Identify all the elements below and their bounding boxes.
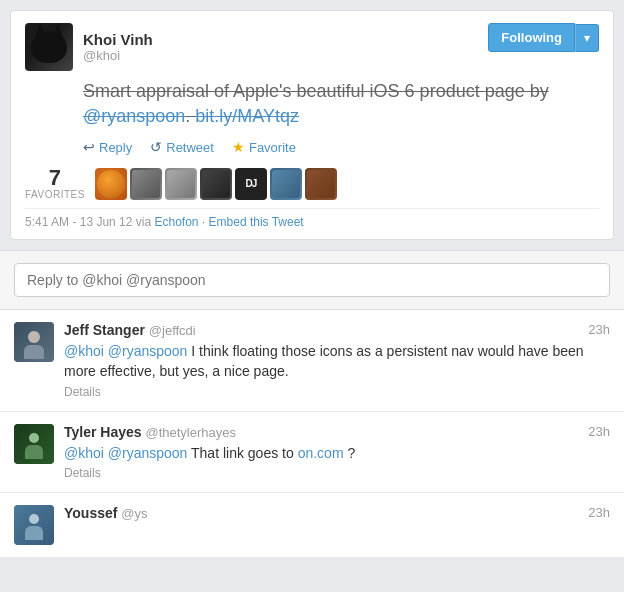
reply-time-tyler: 23h	[588, 424, 610, 440]
mention-khoi-1[interactable]: @khoi	[64, 343, 104, 359]
favorite-label: Favorite	[249, 140, 296, 155]
fav-avatars: DJ	[95, 168, 337, 200]
tweet-meta: 5:41 AM - 13 Jun 12 via Echofon · Embed …	[25, 208, 599, 229]
tweet-header-left: Khoi Vinh @khoi	[25, 23, 153, 71]
reply-content-tyler: Tyler Hayes @thetylerhayes 23h @khoi @ry…	[64, 424, 610, 481]
favorites-section: 7 FAVORITES DJ	[25, 167, 599, 200]
on-com-link[interactable]: on.com	[298, 445, 344, 461]
retweet-label: Retweet	[166, 140, 214, 155]
details-link-jeff[interactable]: Details	[64, 385, 101, 399]
retweet-icon: ↺	[150, 139, 162, 155]
reply-avatar-youssef	[14, 505, 54, 545]
reply-handle-tyler: @thetylerhayes	[145, 425, 236, 440]
reply-time-jeff: 23h	[588, 322, 610, 338]
replies-section: Jeff Stanger @jeffcdi 23h @khoi @ryanspo…	[0, 310, 624, 558]
fav-avatar-3	[165, 168, 197, 200]
fav-avatar-4	[200, 168, 232, 200]
reply-item-tyler: Tyler Hayes @thetylerhayes 23h @khoi @ry…	[0, 412, 624, 494]
reply-body-tyler: That link goes to	[191, 445, 298, 461]
reply-avatar-tyler	[14, 424, 54, 464]
mention-khoi-2[interactable]: @khoi	[64, 445, 104, 461]
mention-ryanspoon-1[interactable]: @ryanspoon	[108, 343, 188, 359]
reply-button[interactable]: ↩ Reply	[83, 139, 132, 155]
reply-text-jeff: @khoi @ryanspoon I think floating those …	[64, 342, 610, 381]
reply-item: Jeff Stanger @jeffcdi 23h @khoi @ryanspo…	[0, 310, 624, 411]
reply-body-tyler-2: ?	[347, 445, 355, 461]
details-link-tyler[interactable]: Details	[64, 466, 101, 480]
reply-header-youssef: Youssef @ys 23h	[64, 505, 610, 521]
reply-content-jeff: Jeff Stanger @jeffcdi 23h @khoi @ryanspo…	[64, 322, 610, 398]
following-button[interactable]: Following	[488, 23, 575, 52]
fav-avatar-7	[305, 168, 337, 200]
reply-content-youssef: Youssef @ys 23h	[64, 505, 610, 545]
star-icon: ★	[232, 139, 245, 155]
tweet-dot-sep: ·	[202, 215, 209, 229]
reply-name-youssef: Youssef	[64, 505, 117, 521]
fav-avatar-6	[270, 168, 302, 200]
reply-details-tyler: Details	[64, 466, 610, 480]
tweet-date: 13 Jun 12	[80, 215, 133, 229]
tweet-header: Khoi Vinh @khoi Following ▾	[25, 23, 599, 71]
favorite-button[interactable]: ★ Favorite	[232, 139, 296, 155]
user-name: Khoi Vinh	[83, 31, 153, 48]
favorites-label: FAVORITES	[25, 189, 85, 200]
reply-header-jeff: Jeff Stanger @jeffcdi 23h	[64, 322, 610, 338]
avatar-image	[31, 31, 67, 63]
reply-name-jeff: Jeff Stanger	[64, 322, 145, 338]
reply-text-tyler: @khoi @ryanspoon That link goes to on.co…	[64, 444, 610, 464]
favorites-number: 7	[49, 167, 61, 189]
follow-buttons: Following ▾	[488, 23, 599, 52]
fav-avatar-1	[95, 168, 127, 200]
embed-tweet-link[interactable]: Embed this Tweet	[209, 215, 304, 229]
tweet-date-sep: -	[72, 215, 79, 229]
avatar	[25, 23, 73, 71]
tweet-link[interactable]: bit.ly/MAYtqz	[195, 106, 299, 126]
reply-handle-youssef: @ys	[121, 506, 147, 521]
reply-details-jeff: Details	[64, 385, 610, 399]
reply-name-tyler: Tyler Hayes	[64, 424, 142, 440]
tweet-actions: ↩ Reply ↺ Retweet ★ Favorite	[25, 139, 599, 155]
reply-icon: ↩	[83, 139, 95, 155]
follow-dropdown-button[interactable]: ▾	[575, 24, 599, 52]
tweet-via: via	[136, 215, 155, 229]
reply-handle-jeff: @jeffcdi	[149, 323, 196, 338]
mention-ryanspoon-2[interactable]: @ryanspoon	[108, 445, 188, 461]
reply-input[interactable]	[14, 263, 610, 297]
user-info: Khoi Vinh @khoi	[83, 31, 153, 63]
reply-time-youssef: 23h	[588, 505, 610, 521]
mention-ryanspoon[interactable]: @ryanspoon	[83, 106, 185, 126]
reply-avatar-jeff	[14, 322, 54, 362]
user-handle: @khoi	[83, 48, 153, 63]
reply-item-youssef: Youssef @ys 23h	[0, 493, 624, 558]
tweet-text: Smart appraisal of Apple's beautiful iOS…	[25, 79, 599, 129]
tweet-card: Khoi Vinh @khoi Following ▾ Smart apprai…	[10, 10, 614, 240]
reply-label: Reply	[99, 140, 132, 155]
retweet-button[interactable]: ↺ Retweet	[150, 139, 214, 155]
reply-area	[0, 250, 624, 310]
tweet-via-link[interactable]: Echofon	[154, 215, 198, 229]
fav-avatar-5: DJ	[235, 168, 267, 200]
favorites-count: 7 FAVORITES	[25, 167, 85, 200]
fav-avatar-2	[130, 168, 162, 200]
tweet-time: 5:41 AM	[25, 215, 69, 229]
reply-header-tyler: Tyler Hayes @thetylerhayes 23h	[64, 424, 610, 440]
